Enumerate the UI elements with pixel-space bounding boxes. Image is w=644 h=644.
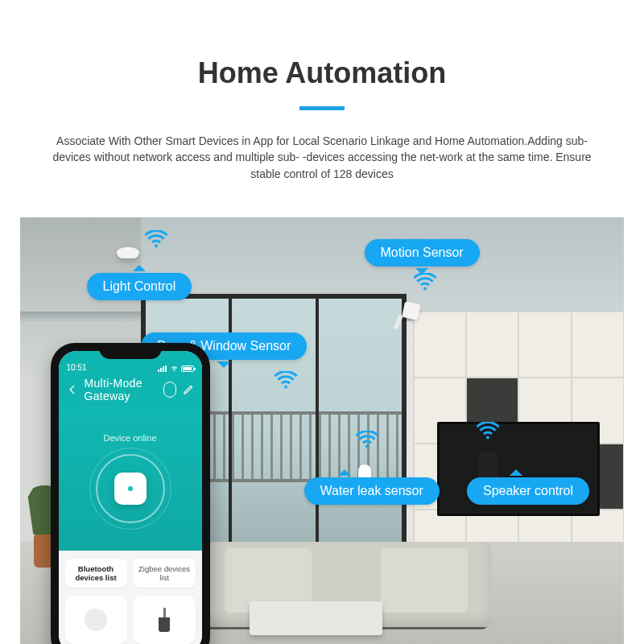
- battery-icon: [181, 365, 194, 372]
- device-card[interactable]: [134, 596, 196, 644]
- ceiling-light-device: [117, 247, 139, 258]
- label-light-control: Light Control: [87, 273, 192, 300]
- gateway-tile-icon: [114, 473, 147, 505]
- device-card[interactable]: [65, 596, 127, 644]
- app-hero: Device online: [59, 406, 202, 551]
- device-thumb-icon: [159, 608, 170, 632]
- wifi-status-icon: [170, 365, 179, 372]
- phone-screen: 10:51 Multi-Mode Gateway Device online: [59, 351, 202, 644]
- phone-notch: [99, 343, 162, 359]
- app-body: Bluetooth devices list Zigbee devices li…: [59, 551, 202, 644]
- app-header: Multi-Mode Gateway: [59, 374, 202, 406]
- signal-icon: [158, 365, 167, 372]
- title-underline: [299, 106, 345, 110]
- edit-icon[interactable]: [183, 384, 194, 395]
- device-status-text: Device online: [103, 433, 156, 443]
- status-time: 10:51: [67, 363, 87, 372]
- wifi-icon: [144, 230, 168, 248]
- wifi-icon: [274, 371, 298, 389]
- label-water-leak-sensor: Water leak sensor: [304, 477, 440, 505]
- device-cards-row: [65, 596, 196, 644]
- tab-bluetooth[interactable]: Bluetooth devices list: [65, 559, 127, 588]
- tab-zigbee[interactable]: Zigbee devices list: [134, 559, 196, 588]
- coffee-table: [250, 601, 382, 635]
- scene-image: Motion Sensor Light Control Door & Windo…: [20, 217, 624, 644]
- phone-mockup: 10:51 Multi-Mode Gateway Device online: [51, 343, 210, 644]
- label-speaker-control: Speaker control: [467, 477, 589, 505]
- back-icon[interactable]: [67, 384, 78, 395]
- app-screen-title: Multi-Mode Gateway: [85, 377, 157, 402]
- device-thumb-icon: [85, 609, 107, 631]
- wifi-icon: [413, 273, 437, 291]
- wifi-icon: [355, 431, 379, 448]
- status-indicators: [158, 365, 194, 372]
- wifi-icon: [476, 422, 500, 440]
- page-title: Home Automation: [0, 0, 644, 90]
- power-button[interactable]: [96, 454, 165, 523]
- label-motion-sensor: Motion Sensor: [365, 239, 480, 266]
- device-shape-icon[interactable]: [163, 382, 176, 398]
- page-description: Associate With Other Smart Devices in Ap…: [48, 133, 596, 182]
- device-list-tabs: Bluetooth devices list Zigbee devices li…: [65, 559, 196, 588]
